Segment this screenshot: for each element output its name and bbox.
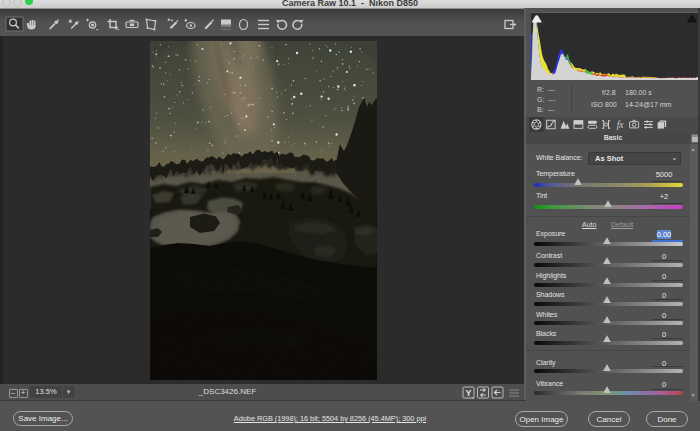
svg-text:Y: Y	[465, 388, 471, 398]
svg-text:fx: fx	[617, 120, 625, 130]
